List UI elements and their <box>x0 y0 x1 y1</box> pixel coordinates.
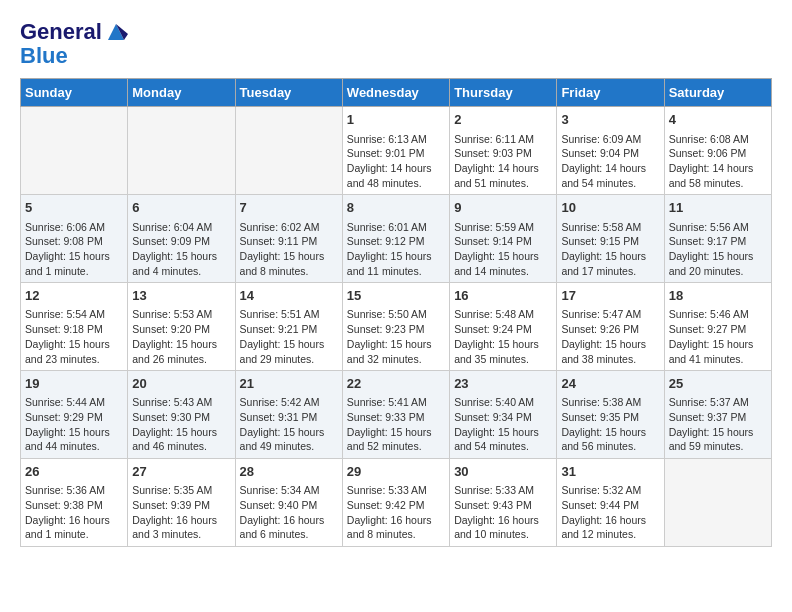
day-number: 29 <box>347 463 445 481</box>
day-info: Sunrise: 5:36 AM Sunset: 9:38 PM Dayligh… <box>25 483 123 542</box>
calendar-cell: 19Sunrise: 5:44 AM Sunset: 9:29 PM Dayli… <box>21 371 128 459</box>
day-number: 26 <box>25 463 123 481</box>
calendar-cell: 14Sunrise: 5:51 AM Sunset: 9:21 PM Dayli… <box>235 283 342 371</box>
day-info: Sunrise: 5:54 AM Sunset: 9:18 PM Dayligh… <box>25 307 123 366</box>
calendar-cell: 13Sunrise: 5:53 AM Sunset: 9:20 PM Dayli… <box>128 283 235 371</box>
page-header: General Blue <box>20 20 772 68</box>
calendar-cell: 1Sunrise: 6:13 AM Sunset: 9:01 PM Daylig… <box>342 107 449 195</box>
header-wednesday: Wednesday <box>342 79 449 107</box>
day-info: Sunrise: 5:50 AM Sunset: 9:23 PM Dayligh… <box>347 307 445 366</box>
day-info: Sunrise: 5:34 AM Sunset: 9:40 PM Dayligh… <box>240 483 338 542</box>
calendar-cell: 30Sunrise: 5:33 AM Sunset: 9:43 PM Dayli… <box>450 459 557 547</box>
calendar-cell: 22Sunrise: 5:41 AM Sunset: 9:33 PM Dayli… <box>342 371 449 459</box>
calendar-cell: 25Sunrise: 5:37 AM Sunset: 9:37 PM Dayli… <box>664 371 771 459</box>
day-number: 6 <box>132 199 230 217</box>
day-number: 1 <box>347 111 445 129</box>
week-row-0: 1Sunrise: 6:13 AM Sunset: 9:01 PM Daylig… <box>21 107 772 195</box>
calendar-cell: 2Sunrise: 6:11 AM Sunset: 9:03 PM Daylig… <box>450 107 557 195</box>
week-row-4: 26Sunrise: 5:36 AM Sunset: 9:38 PM Dayli… <box>21 459 772 547</box>
day-info: Sunrise: 6:02 AM Sunset: 9:11 PM Dayligh… <box>240 220 338 279</box>
calendar-cell: 11Sunrise: 5:56 AM Sunset: 9:17 PM Dayli… <box>664 195 771 283</box>
day-number: 9 <box>454 199 552 217</box>
day-info: Sunrise: 5:47 AM Sunset: 9:26 PM Dayligh… <box>561 307 659 366</box>
calendar-cell: 27Sunrise: 5:35 AM Sunset: 9:39 PM Dayli… <box>128 459 235 547</box>
day-info: Sunrise: 5:33 AM Sunset: 9:43 PM Dayligh… <box>454 483 552 542</box>
calendar-cell: 15Sunrise: 5:50 AM Sunset: 9:23 PM Dayli… <box>342 283 449 371</box>
day-info: Sunrise: 5:56 AM Sunset: 9:17 PM Dayligh… <box>669 220 767 279</box>
day-info: Sunrise: 5:37 AM Sunset: 9:37 PM Dayligh… <box>669 395 767 454</box>
day-number: 30 <box>454 463 552 481</box>
calendar-cell: 17Sunrise: 5:47 AM Sunset: 9:26 PM Dayli… <box>557 283 664 371</box>
day-number: 22 <box>347 375 445 393</box>
day-info: Sunrise: 5:46 AM Sunset: 9:27 PM Dayligh… <box>669 307 767 366</box>
day-number: 11 <box>669 199 767 217</box>
day-number: 4 <box>669 111 767 129</box>
day-info: Sunrise: 6:13 AM Sunset: 9:01 PM Dayligh… <box>347 132 445 191</box>
calendar-table: SundayMondayTuesdayWednesdayThursdayFrid… <box>20 78 772 547</box>
day-number: 24 <box>561 375 659 393</box>
calendar-cell: 26Sunrise: 5:36 AM Sunset: 9:38 PM Dayli… <box>21 459 128 547</box>
calendar-cell <box>21 107 128 195</box>
day-info: Sunrise: 5:42 AM Sunset: 9:31 PM Dayligh… <box>240 395 338 454</box>
header-saturday: Saturday <box>664 79 771 107</box>
day-number: 16 <box>454 287 552 305</box>
header-thursday: Thursday <box>450 79 557 107</box>
day-number: 14 <box>240 287 338 305</box>
day-number: 2 <box>454 111 552 129</box>
logo-text-general: General <box>20 20 102 44</box>
calendar-cell: 7Sunrise: 6:02 AM Sunset: 9:11 PM Daylig… <box>235 195 342 283</box>
calendar-cell: 3Sunrise: 6:09 AM Sunset: 9:04 PM Daylig… <box>557 107 664 195</box>
logo-icon <box>104 20 128 44</box>
day-info: Sunrise: 6:09 AM Sunset: 9:04 PM Dayligh… <box>561 132 659 191</box>
day-number: 31 <box>561 463 659 481</box>
day-info: Sunrise: 6:01 AM Sunset: 9:12 PM Dayligh… <box>347 220 445 279</box>
day-number: 15 <box>347 287 445 305</box>
day-number: 27 <box>132 463 230 481</box>
day-info: Sunrise: 5:59 AM Sunset: 9:14 PM Dayligh… <box>454 220 552 279</box>
day-number: 13 <box>132 287 230 305</box>
day-number: 19 <box>25 375 123 393</box>
day-number: 18 <box>669 287 767 305</box>
calendar-cell <box>664 459 771 547</box>
calendar-cell: 21Sunrise: 5:42 AM Sunset: 9:31 PM Dayli… <box>235 371 342 459</box>
day-info: Sunrise: 5:44 AM Sunset: 9:29 PM Dayligh… <box>25 395 123 454</box>
calendar-cell: 10Sunrise: 5:58 AM Sunset: 9:15 PM Dayli… <box>557 195 664 283</box>
header-tuesday: Tuesday <box>235 79 342 107</box>
calendar-cell: 29Sunrise: 5:33 AM Sunset: 9:42 PM Dayli… <box>342 459 449 547</box>
day-number: 10 <box>561 199 659 217</box>
day-info: Sunrise: 5:33 AM Sunset: 9:42 PM Dayligh… <box>347 483 445 542</box>
calendar-cell: 31Sunrise: 5:32 AM Sunset: 9:44 PM Dayli… <box>557 459 664 547</box>
day-info: Sunrise: 5:38 AM Sunset: 9:35 PM Dayligh… <box>561 395 659 454</box>
calendar-cell <box>128 107 235 195</box>
calendar-cell: 6Sunrise: 6:04 AM Sunset: 9:09 PM Daylig… <box>128 195 235 283</box>
calendar-cell: 12Sunrise: 5:54 AM Sunset: 9:18 PM Dayli… <box>21 283 128 371</box>
day-info: Sunrise: 5:51 AM Sunset: 9:21 PM Dayligh… <box>240 307 338 366</box>
calendar-cell: 28Sunrise: 5:34 AM Sunset: 9:40 PM Dayli… <box>235 459 342 547</box>
days-header-row: SundayMondayTuesdayWednesdayThursdayFrid… <box>21 79 772 107</box>
day-number: 12 <box>25 287 123 305</box>
day-info: Sunrise: 5:32 AM Sunset: 9:44 PM Dayligh… <box>561 483 659 542</box>
day-info: Sunrise: 5:40 AM Sunset: 9:34 PM Dayligh… <box>454 395 552 454</box>
calendar-cell: 9Sunrise: 5:59 AM Sunset: 9:14 PM Daylig… <box>450 195 557 283</box>
header-friday: Friday <box>557 79 664 107</box>
week-row-3: 19Sunrise: 5:44 AM Sunset: 9:29 PM Dayli… <box>21 371 772 459</box>
day-number: 3 <box>561 111 659 129</box>
day-number: 17 <box>561 287 659 305</box>
day-info: Sunrise: 6:11 AM Sunset: 9:03 PM Dayligh… <box>454 132 552 191</box>
day-info: Sunrise: 5:41 AM Sunset: 9:33 PM Dayligh… <box>347 395 445 454</box>
day-number: 21 <box>240 375 338 393</box>
calendar-cell: 4Sunrise: 6:08 AM Sunset: 9:06 PM Daylig… <box>664 107 771 195</box>
day-info: Sunrise: 5:35 AM Sunset: 9:39 PM Dayligh… <box>132 483 230 542</box>
calendar-cell <box>235 107 342 195</box>
day-number: 7 <box>240 199 338 217</box>
day-number: 25 <box>669 375 767 393</box>
day-number: 8 <box>347 199 445 217</box>
calendar-cell: 5Sunrise: 6:06 AM Sunset: 9:08 PM Daylig… <box>21 195 128 283</box>
calendar-cell: 23Sunrise: 5:40 AM Sunset: 9:34 PM Dayli… <box>450 371 557 459</box>
day-info: Sunrise: 5:58 AM Sunset: 9:15 PM Dayligh… <box>561 220 659 279</box>
header-monday: Monday <box>128 79 235 107</box>
day-number: 20 <box>132 375 230 393</box>
week-row-1: 5Sunrise: 6:06 AM Sunset: 9:08 PM Daylig… <box>21 195 772 283</box>
calendar-cell: 18Sunrise: 5:46 AM Sunset: 9:27 PM Dayli… <box>664 283 771 371</box>
day-number: 5 <box>25 199 123 217</box>
